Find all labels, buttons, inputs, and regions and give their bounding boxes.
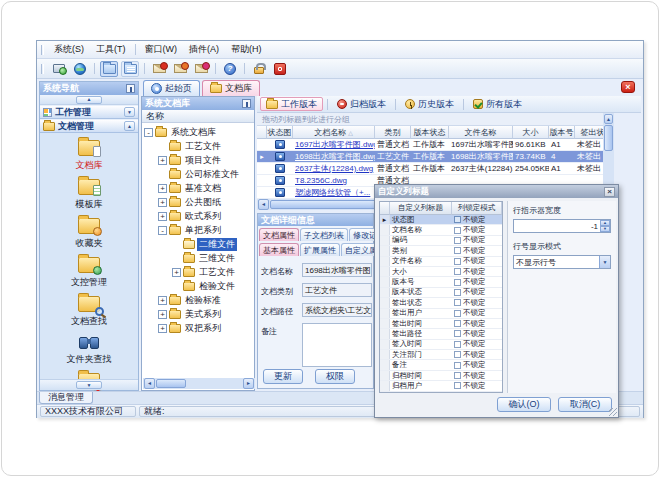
sidebar-item-document-library[interactable]: 文档库 [40, 140, 138, 172]
table-row[interactable]: 2637主体(12284).dwg 普通文档 工作版本 2637主体(12284… [257, 163, 603, 175]
lock-button[interactable] [250, 61, 268, 77]
scroll-up-icon[interactable]: ▲ [604, 114, 613, 124]
mail-button-2[interactable] [171, 61, 189, 77]
lock-checkbox[interactable] [454, 341, 461, 348]
col-version-status[interactable]: 版本状态 [411, 126, 449, 139]
chevron-down-icon[interactable]: ▼ [599, 256, 610, 268]
row-number-mode-dropdown[interactable]: 不显示行号 ▼ [513, 255, 611, 269]
chevron-down-icon[interactable]: ▼ [124, 107, 135, 117]
scrollbar-thumb[interactable] [604, 125, 613, 151]
dialog-grid-row[interactable]: 签出用户不锁定 [380, 309, 502, 319]
col-version-number[interactable]: 版本号 [549, 126, 575, 139]
open-library-button[interactable] [100, 61, 118, 77]
expand-icon[interactable]: + [158, 184, 167, 193]
expand-icon[interactable]: + [172, 268, 181, 277]
tab-document-library[interactable]: 文档库 [202, 80, 260, 96]
expand-icon[interactable]: + [158, 156, 167, 165]
connect-button[interactable] [50, 61, 68, 77]
sidebar-item-folder-search[interactable]: 文件夹查找 [40, 335, 138, 366]
spinner-value[interactable]: -1 [514, 220, 600, 232]
dialog-grid-row[interactable]: 签出路径不锁定 [380, 329, 502, 339]
web-button[interactable] [71, 61, 89, 77]
lock-checkbox[interactable] [454, 310, 461, 317]
doc-name-value[interactable]: 1698出水嘴零件图.dwg [302, 263, 372, 277]
message-management-tab[interactable]: 消息管理 [39, 392, 93, 404]
dialog-grid-row[interactable]: 签出状态不锁定 [380, 298, 502, 308]
menu-tools[interactable]: 工具(T) [91, 42, 131, 57]
lock-checkbox[interactable] [454, 227, 461, 234]
help-button[interactable]: ? [221, 61, 239, 77]
scroll-right-icon[interactable]: ► [243, 378, 254, 389]
archive-version-button[interactable]: 归档版本 [332, 97, 391, 111]
row-indicator-width-spinner[interactable]: -1 ▲▼ [513, 219, 611, 233]
expand-icon[interactable]: + [158, 324, 167, 333]
menu-help[interactable]: 帮助(H) [226, 42, 267, 57]
expand-icon[interactable]: + [158, 310, 167, 319]
lock-checkbox[interactable] [454, 299, 461, 306]
lock-checkbox[interactable] [454, 258, 461, 265]
col-custom-title[interactable]: 自定义列标题 [390, 202, 452, 215]
expand-icon[interactable]: + [158, 296, 167, 305]
tree-node[interactable]: 三维文件 [142, 251, 254, 265]
resize-grip[interactable] [609, 408, 617, 416]
pin-icon[interactable] [126, 84, 135, 93]
dialog-grid-row[interactable]: 关注部门不锁定 [380, 350, 502, 360]
document-link[interactable]: T8.2356C.dwg [295, 176, 347, 185]
tree-node[interactable]: +检验标准 [142, 293, 254, 307]
tab-doc-properties[interactable]: 文档属性 [259, 228, 299, 241]
library-view-button[interactable] [121, 61, 139, 77]
tree-node[interactable]: +基准文档 [142, 181, 254, 195]
tree-node-root[interactable]: -系统文档库 [142, 125, 254, 139]
permissions-button[interactable]: 权限 [315, 369, 355, 384]
scroll-left-icon[interactable]: ◄ [258, 199, 269, 210]
lock-checkbox[interactable] [454, 382, 461, 389]
all-versions-button[interactable]: 所有版本 [468, 97, 527, 111]
pin-icon[interactable] [242, 99, 251, 108]
remark-textarea[interactable] [302, 323, 372, 367]
col-file-name[interactable]: 文件名称 [449, 126, 513, 139]
lock-checkbox[interactable] [454, 289, 461, 296]
lock-checkbox[interactable] [454, 268, 461, 275]
dialog-grid-row[interactable]: 归档时间不锁定 [380, 371, 502, 381]
sidebar-scroll-up[interactable]: ▲ [40, 95, 138, 105]
dialog-grid-row[interactable]: 签出时间不锁定 [380, 319, 502, 329]
tree-node[interactable]: +欧式系列 [142, 209, 254, 223]
table-row[interactable]: 1697出水嘴零件图.dwg 普通文档 工作版本 1697出水嘴零件图.dwg … [257, 139, 603, 151]
close-tab-button[interactable]: × [621, 81, 635, 93]
dialog-grid-row[interactable]: 编码不锁定 [380, 236, 502, 246]
col-category[interactable]: 类别 [375, 126, 411, 139]
exit-button[interactable] [271, 61, 289, 77]
document-link[interactable]: 塑滤网络丝软管（+... [295, 187, 370, 198]
update-button[interactable]: 更新 [263, 369, 303, 384]
doc-category-value[interactable]: 工艺文件 [302, 283, 372, 297]
col-lock-mode[interactable]: 列锁定模式 [452, 202, 502, 215]
dialog-grid-row[interactable]: 大小不锁定 [380, 267, 502, 277]
history-version-button[interactable]: 历史版本 [400, 97, 459, 111]
sidebar-scroll-down[interactable]: ▼ [40, 379, 138, 390]
scrollbar-thumb[interactable] [156, 379, 186, 388]
mail-button-3[interactable] [192, 61, 210, 77]
tree-node[interactable]: +公共图纸 [142, 195, 254, 209]
expand-icon[interactable]: + [158, 198, 167, 207]
col-document-name[interactable]: 文档名称△ [293, 126, 375, 139]
cancel-button[interactable]: 取消(C) [558, 397, 612, 412]
tree-node[interactable]: +工艺文件 [142, 265, 254, 279]
sidebar-section-work[interactable]: 工作管理 ▼ [40, 105, 138, 119]
tree-node[interactable]: 公司标准文件 [142, 167, 254, 181]
col-status-icon[interactable]: 状态图 [267, 126, 293, 139]
sidebar-item-doc-search[interactable]: 文档查找 [40, 296, 138, 328]
sidebar-section-document[interactable]: 文档管理 ▲ [40, 119, 138, 133]
table-row-selected[interactable]: ► 1698出水嘴零件图.dwg 工艺文件 工作版本 1698出水嘴零件图.dw… [257, 151, 603, 163]
tree-node-selected[interactable]: 二维文件 [142, 237, 254, 251]
chevron-up-icon[interactable]: ▲ [124, 121, 135, 131]
tree-node[interactable]: -单把系列 [142, 223, 254, 237]
document-link[interactable]: 1698出水嘴零件图.dwg [295, 151, 375, 162]
sidebar-item-doc-control[interactable]: 文控管理 [40, 257, 138, 289]
lock-checkbox[interactable] [454, 372, 461, 379]
dialog-grid-row[interactable]: 版本号不锁定 [380, 277, 502, 287]
mail-button-1[interactable] [150, 61, 168, 77]
dialog-grid-row-selected[interactable]: ►状态图不锁定 [380, 215, 502, 225]
dialog-title-bar[interactable]: 自定义列标题 × [375, 185, 618, 198]
spin-down-icon[interactable]: ▼ [600, 226, 610, 232]
doc-path-value[interactable]: 系统文档夹\工艺文件\ [302, 303, 372, 317]
